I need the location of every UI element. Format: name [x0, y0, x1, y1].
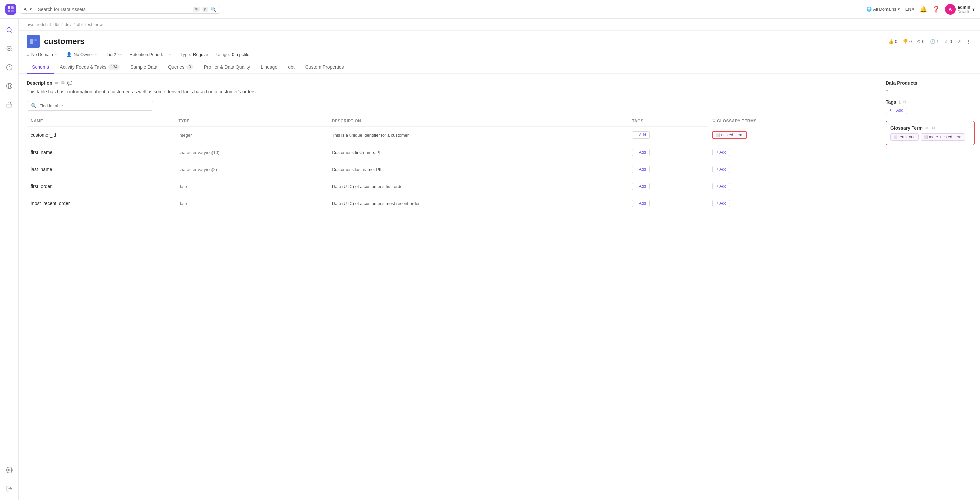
- filter-icon: ▽: [712, 119, 716, 123]
- tags-copy-icon[interactable]: ⧉: [903, 99, 906, 105]
- svg-rect-17: [30, 39, 33, 44]
- add-tag-button[interactable]: + Add: [632, 131, 650, 139]
- retention-edit-icon[interactable]: ✏: [169, 53, 172, 57]
- help-icon[interactable]: ❓: [932, 6, 940, 13]
- sidebar-item-insights[interactable]: [3, 61, 15, 73]
- description-copy-icon[interactable]: ⧉: [61, 80, 64, 86]
- timer-action[interactable]: ⊙ 0: [917, 39, 924, 44]
- tab-activity[interactable]: Activity Feeds & Tasks 134: [54, 61, 125, 74]
- add-glossary-button[interactable]: + Add: [712, 200, 730, 207]
- tab-profiler[interactable]: Profiler & Data Quality: [199, 61, 256, 74]
- like-action[interactable]: 👍 0: [888, 39, 897, 44]
- glossary-term-tag-1[interactable]: ⬜ term_one: [890, 133, 919, 141]
- domain-selector[interactable]: 🌐 All Domains ▾: [866, 7, 900, 12]
- domain-circle-icon: ○: [27, 52, 29, 57]
- col-header-tags: TAGS: [628, 116, 708, 126]
- glossary-copy-icon[interactable]: ⧉: [932, 125, 935, 131]
- history-action[interactable]: 🕐 1: [930, 39, 939, 44]
- description-text: This table has basic information about a…: [27, 88, 872, 96]
- glossary-edit-icon[interactable]: ✏: [925, 126, 929, 131]
- sidebar-item-search[interactable]: [3, 43, 15, 55]
- owner-value: No Owner: [74, 52, 93, 57]
- sidebar-item-logout[interactable]: [3, 482, 15, 495]
- tags-info-icon[interactable]: ℹ: [899, 100, 900, 105]
- user-menu[interactable]: A admin Default ▾: [945, 4, 975, 15]
- search-input[interactable]: [38, 7, 190, 12]
- sidebar-item-settings[interactable]: [3, 464, 15, 476]
- cell-name: last_name: [31, 167, 52, 172]
- right-sidebar: Data Products -- Tags ℹ ⧉ + + Add: [880, 74, 980, 500]
- app-logo[interactable]: [5, 4, 16, 15]
- add-tag-button[interactable]: + Add: [632, 149, 650, 156]
- sidebar-item-domains[interactable]: [3, 80, 15, 92]
- tab-sample[interactable]: Sample Data: [125, 61, 163, 74]
- add-tag-plus: +: [889, 108, 892, 113]
- notifications-icon[interactable]: 🔔: [920, 6, 927, 13]
- add-glossary-button[interactable]: + Add: [712, 166, 730, 173]
- cell-desc: Date (UTC) of a customer's most recent o…: [332, 201, 420, 206]
- term-icon-1: ⬜: [893, 135, 897, 139]
- term-icon-2: ⬜: [924, 135, 928, 139]
- add-glossary-button[interactable]: + Add: [712, 183, 730, 190]
- add-tag-button[interactable]: + Add: [632, 166, 650, 173]
- dislike-action[interactable]: 👎 0: [903, 39, 912, 44]
- add-tag-button[interactable]: + Add: [632, 200, 650, 207]
- description-chat-icon[interactable]: 💬: [67, 81, 72, 86]
- table-search-input[interactable]: [39, 104, 149, 108]
- svg-rect-0: [8, 6, 10, 9]
- tab-queries[interactable]: Queries 0: [163, 61, 199, 74]
- tab-lineage[interactable]: Lineage: [255, 61, 283, 74]
- svg-rect-19: [33, 42, 37, 44]
- cell-desc: Date (UTC) of a customer's first order: [332, 184, 404, 189]
- meta-row: ○ No Domain ✏ 👤 No Owner ✏ Tier2 ✏ Reten…: [19, 48, 980, 61]
- search-filter[interactable]: All ▾: [24, 7, 35, 12]
- add-glossary-button[interactable]: + Add: [712, 149, 730, 156]
- user-name: admin: [958, 5, 970, 10]
- breadcrumb-part-2[interactable]: dev: [65, 22, 72, 27]
- meta-type: Type: Regular: [180, 52, 208, 57]
- svg-point-15: [8, 469, 10, 471]
- table-row: first_order date Date (UTC) of a custome…: [27, 178, 872, 195]
- tab-schema[interactable]: Schema: [27, 61, 54, 74]
- svg-rect-3: [11, 10, 14, 12]
- language-selector[interactable]: EN ▾: [905, 7, 914, 12]
- description-edit-icon[interactable]: ✏: [55, 81, 59, 86]
- left-sidebar: [0, 19, 19, 500]
- svg-line-5: [10, 31, 12, 33]
- domain-edit-icon[interactable]: ✏: [55, 53, 58, 57]
- add-tag-button[interactable]: + + Add: [886, 107, 907, 114]
- entity-title: customers: [44, 37, 84, 46]
- tab-dbt[interactable]: dbt: [283, 61, 300, 74]
- add-tag-button[interactable]: + Add: [632, 183, 650, 190]
- breadcrumb-part-1[interactable]: aws_redshift_dbt: [27, 22, 59, 27]
- sidebar-item-govern[interactable]: [3, 99, 15, 111]
- table-row: customer_id integer This is a unique ide…: [27, 126, 872, 144]
- filter-chevron: ▾: [30, 7, 32, 12]
- glossary-term-tag[interactable]: ⬜ nested_term: [712, 131, 747, 139]
- main-panel: Description ✏ ⧉ 💬 This table has basic i…: [19, 74, 880, 500]
- breadcrumb-part-3[interactable]: dbt_test_new: [77, 22, 103, 27]
- share-action[interactable]: ↗: [957, 39, 961, 44]
- schema-table-header-row: NAME TYPE DESCRIPTION TAGS ▽ GLOSSARY TE…: [27, 116, 872, 126]
- schema-table: NAME TYPE DESCRIPTION TAGS ▽ GLOSSARY TE…: [27, 116, 872, 212]
- owner-edit-icon[interactable]: ✏: [95, 53, 98, 57]
- svg-rect-14: [7, 104, 12, 107]
- search-bar[interactable]: All ▾ ⌘ K 🔍: [20, 5, 220, 14]
- top-nav: All ▾ ⌘ K 🔍 🌐 All Domains ▾ EN ▾ 🔔 ❓ A a…: [0, 0, 980, 19]
- table-search-box[interactable]: 🔍: [27, 101, 153, 111]
- tab-lineage-label: Lineage: [261, 64, 277, 70]
- tab-activity-badge: 134: [108, 64, 120, 70]
- search-icon[interactable]: 🔍: [211, 7, 216, 12]
- glossary-term-tag-2[interactable]: ⬜ more_nested_term: [921, 133, 966, 141]
- term-label-1: term_one: [899, 135, 916, 139]
- star-action[interactable]: ☆ 0: [944, 39, 952, 44]
- tab-schema-label: Schema: [32, 64, 49, 70]
- description-section: Description ✏ ⧉ 💬 This table has basic i…: [27, 80, 872, 96]
- tab-custom[interactable]: Custom Properties: [300, 61, 349, 74]
- add-tag-label: + Add: [893, 108, 903, 113]
- glossary-term-header: Glossary Term ✏ ⧉: [890, 125, 970, 131]
- sidebar-item-explore[interactable]: [3, 24, 15, 36]
- avatar: A: [945, 4, 956, 15]
- tier-edit-icon[interactable]: ✏: [118, 53, 122, 57]
- more-action[interactable]: ⋮: [966, 39, 970, 44]
